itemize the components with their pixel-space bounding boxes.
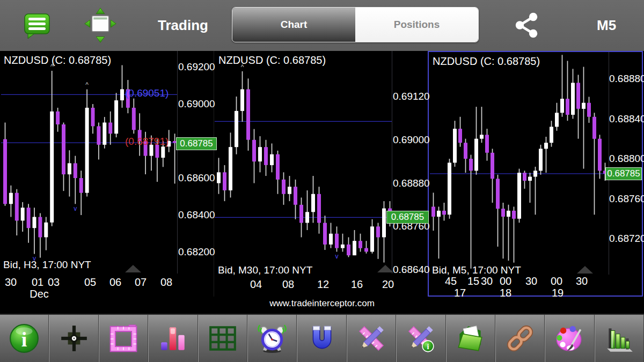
menu-icon bbox=[21, 12, 52, 40]
indicators-icon bbox=[157, 323, 188, 354]
price-line-label: (0.69051) bbox=[125, 87, 169, 99]
link-charts-button[interactable] bbox=[495, 315, 545, 362]
candlestick-plot-m30: ^v bbox=[215, 51, 392, 274]
chart-info-label: Bid, M5, 17:00 NYT bbox=[432, 264, 521, 276]
tab-chart[interactable]: Chart bbox=[232, 8, 355, 42]
magnet-button[interactable] bbox=[297, 315, 346, 362]
chart-panel-m5-selected[interactable]: NZDUSD (C: 0.68785) 0.688800.688400.6880… bbox=[428, 51, 643, 297]
x-axis-label: 08 bbox=[160, 276, 172, 289]
share-icon bbox=[513, 11, 541, 40]
x-axis-label: 05 bbox=[84, 276, 96, 289]
candlestick-plot-h3: v^v^ bbox=[1, 51, 178, 274]
y-axis-label: 0.69000 bbox=[393, 134, 430, 146]
info-button[interactable]: i bbox=[0, 315, 49, 362]
alarm-icon bbox=[257, 323, 288, 354]
templates-button[interactable] bbox=[446, 315, 495, 362]
y-axis-label: 0.68720 bbox=[609, 233, 644, 245]
y-axis-label: 0.68880 bbox=[609, 73, 644, 85]
y-axis-label: 0.68200 bbox=[178, 246, 215, 258]
volume-button[interactable] bbox=[595, 315, 644, 362]
trading-app: Trading Chart Positions M5 v^v^ NZDUSD (… bbox=[0, 0, 644, 362]
x-axis-label: 12 bbox=[317, 278, 329, 291]
volume-chart-icon bbox=[604, 323, 635, 354]
y-axis-label: 0.68640 bbox=[393, 264, 430, 276]
timeframe-label[interactable]: M5 bbox=[597, 17, 616, 34]
chart-panel-h3[interactable]: v^v^ NZDUSD (C: 0.68785) 0.692000.690000… bbox=[0, 51, 214, 297]
draw-tools-button[interactable] bbox=[347, 315, 396, 362]
y-axis-label: 0.69120 bbox=[393, 91, 430, 102]
current-price-badge: 0.68785 bbox=[386, 211, 429, 224]
share-button[interactable] bbox=[513, 11, 541, 40]
crosshair-button[interactable] bbox=[49, 315, 98, 362]
draw-tools-icon bbox=[356, 323, 387, 354]
symbol-label: NZDUSD (C: 0.68785) bbox=[218, 54, 326, 67]
colors-button[interactable] bbox=[545, 315, 594, 362]
chart-info-label: Bid, H3, 17:00 NYT bbox=[3, 259, 91, 271]
grid-icon bbox=[207, 323, 238, 354]
y-axis-label: 0.68400 bbox=[178, 209, 215, 221]
ruler-frame-button[interactable] bbox=[99, 315, 148, 362]
chart-panel-m30[interactable]: ^v NZDUSD (C: 0.68785) 0.691200.690000.6… bbox=[215, 51, 428, 297]
x-axis-label: 45 bbox=[445, 275, 457, 287]
x-axis-label: 17 bbox=[454, 287, 466, 299]
y-axis-label: 0.68880 bbox=[393, 178, 430, 189]
x-axis-label: 18 bbox=[500, 287, 511, 299]
symbol-label: NZDUSD (C: 0.68785) bbox=[4, 54, 111, 67]
x-axis-label: 00 bbox=[551, 275, 562, 287]
y-axis-label: 0.68760 bbox=[609, 193, 644, 205]
y-axis-label: 0.68840 bbox=[609, 113, 644, 125]
y-axis-label: 0.69200 bbox=[178, 61, 215, 73]
pan-move-button[interactable] bbox=[80, 6, 120, 44]
resize-handle[interactable] bbox=[125, 265, 141, 272]
magnet-icon bbox=[306, 323, 338, 354]
svg-text:^: ^ bbox=[85, 81, 89, 88]
x-axis-label: 15 bbox=[467, 275, 479, 287]
x-axis-label: 30 bbox=[576, 275, 588, 287]
y-axis-label: 0.68800 bbox=[609, 153, 644, 165]
grid-button[interactable] bbox=[198, 315, 247, 362]
palette-icon bbox=[554, 323, 585, 354]
x-axis-label: 16 bbox=[351, 278, 363, 291]
bottom-toolbar: i bbox=[0, 314, 644, 362]
svg-text:i: i bbox=[427, 342, 429, 351]
svg-text:v: v bbox=[335, 253, 339, 260]
x-axis-label: 08 bbox=[282, 278, 294, 291]
x-axis-label: 04 bbox=[250, 278, 262, 291]
tab-group: Chart Positions bbox=[232, 7, 479, 42]
resize-handle[interactable] bbox=[577, 266, 593, 274]
x-axis-label: 30 bbox=[5, 276, 17, 289]
draw-tools-info-button[interactable]: i bbox=[396, 315, 445, 362]
x-axis-label: 03 bbox=[48, 276, 60, 289]
crosshair-icon bbox=[58, 323, 90, 354]
indicators-button[interactable] bbox=[148, 315, 197, 362]
draw-tools-info-icon: i bbox=[405, 323, 436, 354]
symbol-label: NZDUSD (C: 0.68785) bbox=[433, 55, 540, 68]
svg-text:i: i bbox=[21, 328, 27, 351]
pan-move-icon bbox=[80, 6, 120, 44]
x-axis-label: 07 bbox=[135, 276, 147, 289]
website-url: www.tradeinterceptor.com bbox=[0, 298, 644, 309]
current-price-badge: 0.68785 bbox=[605, 167, 642, 180]
menu-button[interactable] bbox=[21, 12, 52, 40]
x-axis-label: 30 bbox=[481, 275, 493, 287]
x-axis-label: 20 bbox=[382, 278, 394, 291]
y-axis-label: 0.68600 bbox=[178, 172, 215, 184]
ruler-frame-icon bbox=[108, 323, 139, 354]
x-axis-label: 30 bbox=[525, 275, 537, 287]
candlestick-plot-m5 bbox=[430, 52, 609, 275]
svg-text:v: v bbox=[74, 205, 77, 212]
chart-info-label: Bid, M30, 17:00 NYT bbox=[218, 264, 312, 276]
y-axis-label: 0.69000 bbox=[178, 98, 215, 110]
tab-positions[interactable]: Positions bbox=[355, 8, 478, 42]
info-icon: i bbox=[9, 323, 40, 354]
x-axis-label: 06 bbox=[109, 276, 121, 289]
x-axis-label: 01 bbox=[32, 276, 43, 289]
resize-handle[interactable] bbox=[377, 265, 393, 272]
x-axis-label: 19 bbox=[552, 287, 564, 299]
templates-icon bbox=[455, 323, 486, 354]
x-axis-label: 00 bbox=[500, 275, 511, 287]
top-bar: Trading Chart Positions M5 bbox=[0, 0, 644, 51]
alerts-button[interactable] bbox=[247, 315, 297, 362]
charts-region: v^v^ NZDUSD (C: 0.68785) 0.692000.690000… bbox=[0, 51, 644, 314]
price-line-label: (0.68791) bbox=[125, 136, 169, 147]
